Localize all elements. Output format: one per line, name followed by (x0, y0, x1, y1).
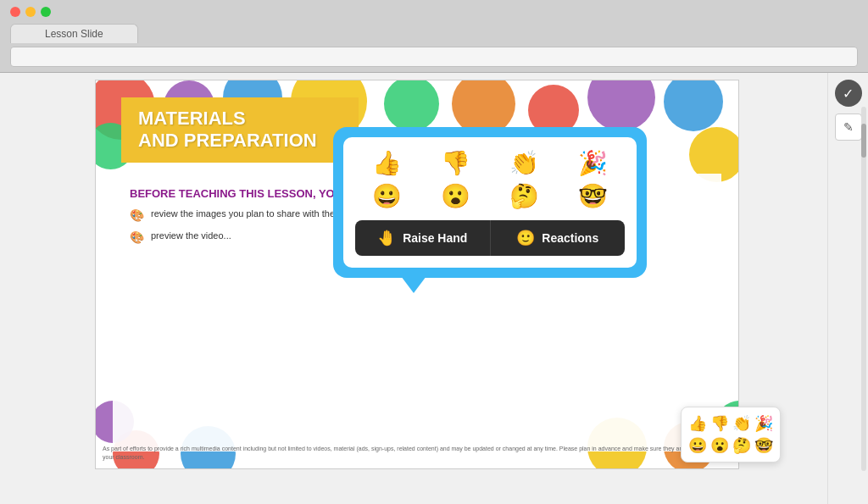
edit-icon: ✎ (843, 120, 854, 134)
main-area: MATERIALS AND PREPARATION BEFORE TEACHIN… (0, 73, 868, 504)
maximize-button[interactable] (41, 7, 51, 17)
scrollbar-thumb[interactable] (861, 124, 866, 158)
address-bar[interactable] (10, 47, 858, 67)
palette-icon: 🎨 (130, 208, 144, 222)
mini-emoji-grin[interactable]: 😀 (688, 436, 707, 455)
mini-emoji-surprised[interactable]: 😮 (710, 436, 729, 455)
right-sidebar: ✓ ✎ (827, 73, 868, 504)
reactions-popup: 👍 👎 👏 🎉 😀 😮 🤔 🤓 🤚 Raise Hand (333, 127, 647, 278)
bg-blob (587, 80, 655, 131)
mini-emoji-party[interactable]: 🎉 (754, 414, 773, 433)
browser-tab[interactable]: Lesson Slide (10, 24, 138, 43)
raise-hand-popup-button[interactable]: 🤚 Raise Hand (355, 220, 491, 256)
chevron-down-icon: ✓ (843, 86, 854, 102)
palette-icon-2: 🎨 (130, 230, 144, 244)
chevron-down-button[interactable]: ✓ (835, 80, 862, 107)
title-bar (0, 0, 868, 24)
mini-emoji-thumbs-down[interactable]: 👎 (710, 414, 729, 433)
slide-title: MATERIALS AND PREPARATION (138, 108, 342, 152)
minimize-button[interactable] (25, 7, 36, 17)
slide: MATERIALS AND PREPARATION BEFORE TEACHIN… (95, 80, 739, 469)
mini-emoji-grid: 👍 👎 👏 🎉 😀 😮 🤔 🤓 (688, 414, 773, 455)
mini-emoji-panel: 👍 👎 👏 🎉 😀 😮 🤔 🤓 (681, 407, 781, 462)
emoji-nerd[interactable]: 🤓 (561, 182, 625, 210)
edit-button[interactable]: ✎ (835, 114, 862, 141)
close-button[interactable] (10, 7, 20, 17)
popup-tail (401, 276, 426, 293)
mini-emoji-thinking[interactable]: 🤔 (732, 436, 751, 455)
reactions-popup-button[interactable]: 🙂 Reactions (491, 220, 626, 256)
mini-emoji-clap[interactable]: 👏 (732, 414, 751, 433)
emoji-thinking[interactable]: 🤔 (492, 182, 556, 210)
popup-inner: 👍 👎 👏 🎉 😀 😮 🤔 🤓 🤚 Raise Hand (343, 137, 637, 268)
emoji-thumbs-up[interactable]: 👍 (355, 149, 419, 177)
slide-container: MATERIALS AND PREPARATION BEFORE TEACHIN… (0, 73, 827, 504)
emoji-clap[interactable]: 👏 (492, 149, 556, 177)
bg-blob (384, 80, 439, 131)
raise-hand-icon: 🤚 (377, 229, 396, 247)
emoji-thumbs-down[interactable]: 👎 (424, 149, 487, 177)
emoji-surprised[interactable]: 😮 (424, 182, 487, 210)
bg-blob (664, 80, 723, 131)
emoji-party[interactable]: 🎉 (561, 149, 625, 177)
browser-chrome: Lesson Slide (0, 0, 868, 73)
tab-bar: Lesson Slide (0, 24, 868, 43)
fine-print: As part of efforts to provide a rich mul… (103, 445, 732, 462)
mini-emoji-thumbs-up[interactable]: 👍 (688, 414, 707, 433)
emoji-grin[interactable]: 😀 (355, 182, 419, 210)
scrollbar[interactable] (861, 107, 866, 471)
popup-actions: 🤚 Raise Hand 🙂 Reactions (355, 220, 625, 256)
slide-title-box: MATERIALS AND PREPARATION (121, 97, 359, 163)
reactions-icon: 🙂 (516, 229, 535, 247)
mini-emoji-nerd[interactable]: 🤓 (754, 436, 773, 455)
emoji-grid: 👍 👎 👏 🎉 😀 😮 🤔 🤓 (355, 149, 625, 210)
